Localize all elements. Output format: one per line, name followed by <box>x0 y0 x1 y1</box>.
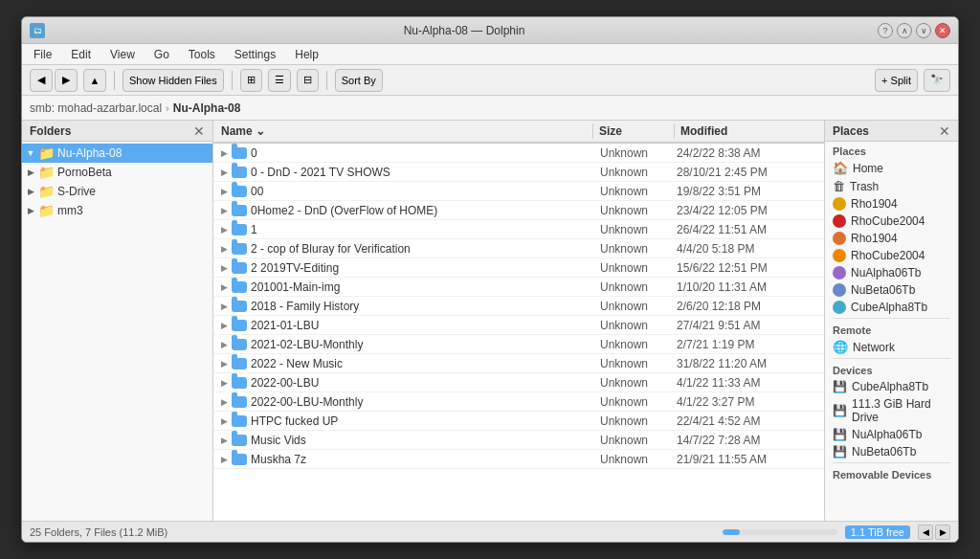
file-row-11[interactable]: ▶ 2022 - New Music Unknown 31/8/22 11:20… <box>213 354 824 373</box>
place-rhocube2004-2[interactable]: RhoCube2004 <box>825 247 958 264</box>
up-button[interactable]: ▲ <box>83 69 106 92</box>
tree-item-sdrive[interactable]: ▶ 📁 S-Drive <box>22 182 212 201</box>
place-network[interactable]: 🌐 Network <box>825 338 958 356</box>
place-nubeta06tb[interactable]: NuBeta06Tb <box>825 281 958 299</box>
file-row-14[interactable]: ▶ HTPC fucked UP Unknown 22/4/21 4:52 AM <box>213 412 824 431</box>
file-row-icon-1 <box>231 164 248 181</box>
file-row-10[interactable]: ▶ 2021-02-LBU-Monthly Unknown 2/7/21 1:1… <box>213 335 824 354</box>
file-row-7[interactable]: ▶ 201001-Main-img Unknown 1/10/20 11:31 … <box>213 278 824 297</box>
file-list-body: ▶ 0 Unknown 24/2/22 8:38 AM ▶ 0 - DnD - … <box>213 144 824 521</box>
col-size-label: Size <box>599 124 622 138</box>
statusbar-next-button[interactable]: ▶ <box>935 525 950 540</box>
forward-button[interactable]: ▶ <box>55 69 78 92</box>
col-name-label: Name <box>221 124 253 138</box>
tree-item-mm3[interactable]: ▶ 📁 mm3 <box>22 201 212 220</box>
menu-settings[interactable]: Settings <box>231 47 279 62</box>
place-device-cubealpha8tb[interactable]: 💾 CubeAlpha8Tb <box>825 378 958 395</box>
menu-go[interactable]: Go <box>150 47 173 62</box>
menu-file[interactable]: File <box>30 47 56 62</box>
view-icons-button[interactable]: ⊞ <box>240 69 262 92</box>
file-row-modified-8: 2/6/20 12:18 PM <box>677 300 820 313</box>
place-rhocube2004-1-label: RhoCube2004 <box>851 214 924 228</box>
free-space-badge: 1.1 TiB free <box>845 525 910 539</box>
statusbar-prev-button[interactable]: ◀ <box>918 525 933 540</box>
file-row-1[interactable]: ▶ 0 - DnD - 2021 TV SHOWS Unknown 28/10/… <box>213 163 824 182</box>
place-nualpha06tb[interactable]: NuAlpha06Tb <box>825 264 958 281</box>
menu-view[interactable]: View <box>106 47 139 62</box>
close-button[interactable]: ✕ <box>935 23 950 38</box>
file-row-3[interactable]: ▶ 0Home2 - DnD (OverFlow of HOME) Unknow… <box>213 201 824 220</box>
file-row-8[interactable]: ▶ 2018 - Family History Unknown 2/6/20 1… <box>213 297 824 316</box>
file-row-2[interactable]: ▶ 00 Unknown 19/8/22 3:51 PM <box>213 182 824 201</box>
file-row-name-9: 2021-01-LBU <box>248 319 600 332</box>
show-hidden-files-button[interactable]: Show Hidden Files <box>122 69 224 92</box>
col-header-name[interactable]: Name ⌄ <box>217 123 590 139</box>
file-row-name-3: 0Home2 - DnD (OverFlow of HOME) <box>248 204 600 217</box>
file-row-size-13: Unknown <box>600 395 677 409</box>
folders-panel-close[interactable]: ✕ <box>193 124 205 138</box>
view-list-button[interactable]: ☰ <box>268 69 291 92</box>
file-row-modified-4: 26/4/22 11:51 AM <box>677 223 820 236</box>
sort-by-button[interactable]: Sort By <box>335 69 383 92</box>
place-device-nualpha06tb[interactable]: 💾 NuAlpha06Tb <box>825 426 958 443</box>
breadcrumb-smb[interactable]: smb: mohad-azarbar.local <box>30 101 162 115</box>
place-dot-cubealpha8tb <box>833 301 846 314</box>
menu-edit[interactable]: Edit <box>67 47 95 62</box>
file-row-0[interactable]: ▶ 0 Unknown 24/2/22 8:38 AM <box>213 144 824 163</box>
menu-tools[interactable]: Tools <box>185 47 219 62</box>
file-row-9[interactable]: ▶ 2021-01-LBU Unknown 27/4/21 9:51 AM <box>213 316 824 335</box>
split-button[interactable]: + Split <box>875 69 918 92</box>
place-rho1904-1[interactable]: Rho1904 <box>825 195 958 212</box>
place-rho1904-2[interactable]: Rho1904 <box>825 230 958 247</box>
back-button[interactable]: ◀ <box>30 69 53 92</box>
file-row-size-12: Unknown <box>600 376 677 390</box>
place-device-nualpha06tb-label: NuAlpha06Tb <box>852 428 922 441</box>
place-rho1904-2-label: Rho1904 <box>851 232 898 245</box>
menu-help[interactable]: Help <box>291 47 323 62</box>
tree-arrow-3: ▶ <box>26 206 35 215</box>
place-cubealpha8tb[interactable]: CubeAlpha8Tb <box>825 299 958 316</box>
place-home[interactable]: 🏠 Home <box>825 159 958 177</box>
file-row-icon-13 <box>231 393 248 411</box>
maximize-button[interactable]: ∨ <box>916 23 931 38</box>
file-row-6[interactable]: ▶ 2 2019TV-Editing Unknown 15/6/22 12:51… <box>213 258 824 278</box>
folder-icon-1: 📁 <box>38 165 55 180</box>
file-row-5[interactable]: ▶ 2 - cop of Bluray for Verification Unk… <box>213 239 824 258</box>
file-row-name-13: 2022-00-LBU-Monthly <box>248 395 600 409</box>
place-trash[interactable]: 🗑 Trash <box>825 177 958 195</box>
file-row-expand-1: ▶ <box>217 168 231 177</box>
places-panel-close[interactable]: ✕ <box>939 124 950 138</box>
file-row-modified-0: 24/2/22 8:38 AM <box>677 146 820 160</box>
file-row-16[interactable]: ▶ Muskha 7z Unknown 21/9/21 11:55 AM <box>213 450 824 469</box>
view-details-button[interactable]: ⊟ <box>297 69 319 92</box>
tree-item-pornobeta[interactable]: ▶ 📁 PornoBeta <box>22 163 212 182</box>
window-controls: ? ∧ ∨ ✕ <box>878 23 950 38</box>
file-row-modified-6: 15/6/22 12:51 PM <box>677 261 820 275</box>
file-row-size-11: Unknown <box>600 357 677 370</box>
file-row-expand-4: ▶ <box>217 225 231 235</box>
file-row-size-8: Unknown <box>600 300 677 313</box>
file-row-expand-7: ▶ <box>217 282 231 292</box>
place-device-nubeta06tb[interactable]: 💾 NuBeta06Tb <box>825 443 958 460</box>
file-row-12[interactable]: ▶ 2022-00-LBU Unknown 4/1/22 11:33 AM <box>213 373 824 392</box>
statusbar-text: 25 Folders, 7 Files (11.2 MiB) <box>30 526 715 538</box>
places-panel-title: Places <box>833 124 869 138</box>
file-row-15[interactable]: ▶ Music Vids Unknown 14/7/22 7:28 AM <box>213 431 824 450</box>
col-header-size[interactable]: Size <box>595 123 672 139</box>
file-row-icon-12 <box>231 374 248 391</box>
file-row-13[interactable]: ▶ 2022-00-LBU-Monthly Unknown 4/1/22 3:2… <box>213 392 824 412</box>
help-button[interactable]: ? <box>878 23 893 38</box>
place-device-111gb[interactable]: 💾 111.3 GiB Hard Drive <box>825 395 958 426</box>
binoculars-button[interactable]: 🔭 <box>924 69 950 92</box>
file-row-modified-11: 31/8/22 11:20 AM <box>677 357 820 370</box>
col-header-modified[interactable]: Modified <box>677 123 820 139</box>
place-device-111gb-label: 111.3 GiB Hard Drive <box>852 397 950 424</box>
file-row-4[interactable]: ▶ 1 Unknown 26/4/22 11:51 AM <box>213 220 824 239</box>
place-rhocube2004-1[interactable]: RhoCube2004 <box>825 212 958 230</box>
minimize-button[interactable]: ∧ <box>897 23 912 38</box>
places-list: Places 🏠 Home 🗑 Trash Rho1904 RhoCube200… <box>825 142 958 521</box>
tree-item-nu-alpha-08[interactable]: ▼ 📁 Nu-Alpha-08 <box>22 144 212 163</box>
file-row-icon-6 <box>231 259 248 277</box>
drive-icon-2: 💾 <box>833 428 847 441</box>
folders-panel-title: Folders <box>30 124 71 138</box>
